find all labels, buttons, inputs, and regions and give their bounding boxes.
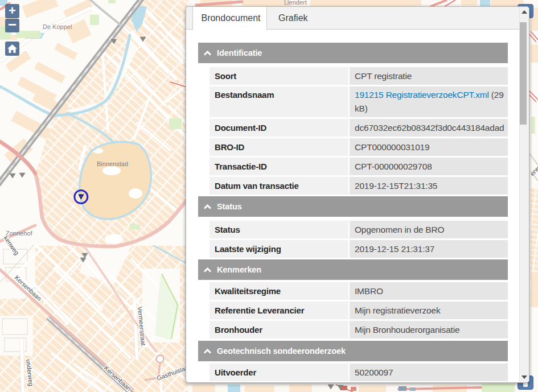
svg-text:Zonnehof: Zonnehof: [6, 230, 32, 237]
svg-text:Binnenstad: Binnenstad: [97, 160, 128, 167]
svg-text:De Koppel: De Koppel: [43, 23, 72, 30]
svg-text:Liendert: Liendert: [284, 0, 307, 6]
